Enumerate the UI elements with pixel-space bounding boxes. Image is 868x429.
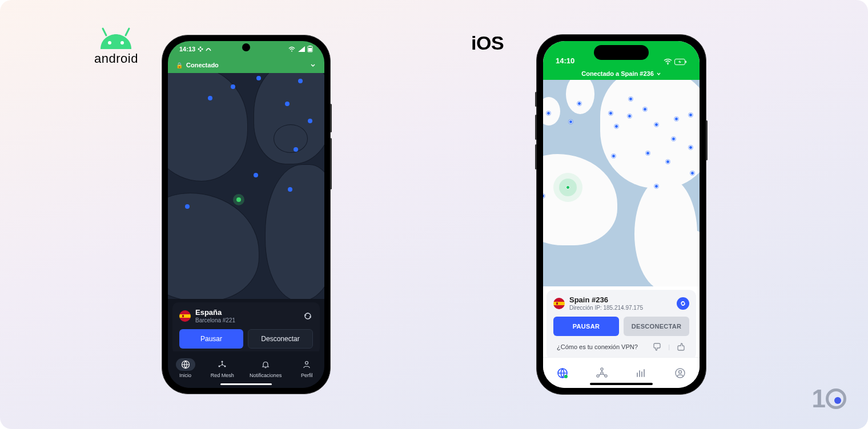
svg-point-17 xyxy=(306,361,308,364)
refresh-button[interactable] xyxy=(677,297,689,310)
map-dot[interactable] xyxy=(654,184,658,188)
connection-header[interactable]: 🔒 Conectado xyxy=(168,57,324,73)
android-screen: 14:13 🔒 Conectado xyxy=(168,41,324,388)
globe-icon xyxy=(181,360,190,369)
map-dot[interactable] xyxy=(294,147,298,152)
map-dot[interactable] xyxy=(288,187,292,192)
nav-mesh[interactable]: Red Mesh xyxy=(211,358,234,378)
map-dot[interactable] xyxy=(231,84,235,89)
ios-volume-up xyxy=(535,115,537,140)
svg-point-22 xyxy=(564,375,568,378)
thumbs-up-icon[interactable] xyxy=(676,342,686,352)
connection-card: Spain #236 Dirección IP: 185.214.97.175 … xyxy=(546,290,696,360)
spain-flag-icon xyxy=(553,298,565,309)
map-dot[interactable] xyxy=(308,119,312,123)
ios-label: iOS xyxy=(471,32,504,54)
map-dot[interactable] xyxy=(628,114,632,118)
map-dot[interactable] xyxy=(185,204,190,209)
server-map[interactable] xyxy=(543,80,700,286)
server-map[interactable] xyxy=(168,73,324,299)
chevron-down-icon[interactable] xyxy=(310,62,316,68)
android-volume-button xyxy=(330,138,332,189)
nav-label: Inicio xyxy=(179,373,191,378)
map-dot[interactable] xyxy=(254,173,258,177)
map-dot[interactable] xyxy=(546,111,550,115)
refresh-icon xyxy=(680,300,686,307)
home-indicator[interactable] xyxy=(220,383,272,385)
map-dot[interactable] xyxy=(208,96,212,100)
map-dot-connected[interactable] xyxy=(566,185,570,189)
spain-flag-icon xyxy=(179,310,191,322)
map-dot[interactable] xyxy=(285,102,290,106)
land-ireland xyxy=(543,97,560,126)
disconnect-button[interactable]: Desconectar xyxy=(248,329,313,349)
pause-button[interactable]: PAUSAR xyxy=(553,317,619,336)
map-dot[interactable] xyxy=(690,171,694,175)
land-france xyxy=(168,73,248,181)
android-label: android xyxy=(94,26,138,66)
map-dot[interactable] xyxy=(256,76,261,80)
map-dot[interactable] xyxy=(612,154,616,158)
map-dot[interactable] xyxy=(629,97,633,101)
android-phone: 14:13 🔒 Conectado xyxy=(162,35,331,394)
map-dot[interactable] xyxy=(654,123,658,127)
svg-point-3 xyxy=(120,41,124,44)
map-dot[interactable] xyxy=(666,160,670,164)
profile-icon xyxy=(302,360,311,369)
wifi-icon xyxy=(664,59,672,65)
ios-power-button xyxy=(706,120,708,160)
map-dot[interactable] xyxy=(646,151,650,155)
signal-icon xyxy=(298,46,305,52)
svg-rect-11 xyxy=(308,48,312,51)
map-dot[interactable] xyxy=(672,137,676,141)
nav-home[interactable] xyxy=(551,362,574,385)
wifi-icon xyxy=(288,46,296,52)
thumbs-down-icon[interactable] xyxy=(652,342,662,352)
disconnect-button[interactable]: DESCONECTAR xyxy=(624,317,689,336)
map-dot[interactable] xyxy=(689,113,693,117)
nav-label: Red Mesh xyxy=(211,373,234,378)
svg-point-2 xyxy=(108,41,111,44)
svg-point-6 xyxy=(202,48,203,50)
ios-screen: 14:10 Conectado a Spain #236 xyxy=(543,41,700,388)
map-dot[interactable] xyxy=(609,111,613,115)
nav-notifications[interactable]: Notificaciones xyxy=(250,358,282,378)
nav-mesh[interactable] xyxy=(590,362,613,385)
globe-icon xyxy=(556,367,569,379)
dynamic-island xyxy=(594,45,649,60)
status-time: 14:10 xyxy=(556,56,574,65)
map-dot-connected[interactable] xyxy=(236,197,241,202)
land-spain xyxy=(168,193,259,299)
nav-profile[interactable]: Perfil xyxy=(297,358,316,378)
vpn-status-icon xyxy=(198,46,203,52)
pause-button[interactable]: Pausar xyxy=(179,329,243,349)
map-dot[interactable] xyxy=(298,79,303,83)
svg-point-18 xyxy=(668,64,669,65)
map-dot[interactable] xyxy=(614,124,618,128)
status-time: 14:13 xyxy=(179,46,195,52)
country-name: España xyxy=(195,308,235,317)
logo-text: 1 xyxy=(812,385,825,413)
nav-home[interactable]: Inicio xyxy=(176,358,195,378)
svg-point-26 xyxy=(601,372,603,374)
home-indicator[interactable] xyxy=(590,383,653,385)
map-dot[interactable] xyxy=(643,107,647,111)
connection-header[interactable]: Conectado a Spain #236 xyxy=(543,67,700,80)
svg-point-7 xyxy=(200,50,202,52)
map-dot[interactable] xyxy=(577,102,581,106)
svg-rect-20 xyxy=(686,61,687,63)
map-dot[interactable] xyxy=(569,120,573,124)
refresh-icon[interactable] xyxy=(303,311,313,321)
svg-point-28 xyxy=(678,370,681,373)
bottom-nav: Inicio Red Mesh Notificaciones Perfil xyxy=(168,351,324,388)
nav-label: Perfil xyxy=(301,373,313,378)
land-italy xyxy=(265,164,324,299)
nav-profile[interactable] xyxy=(669,362,692,385)
profile-icon xyxy=(674,367,686,379)
bell-icon xyxy=(261,360,270,369)
nav-stats[interactable] xyxy=(629,362,652,385)
feedback-row: ¿Cómo es tu conexión VPN? | xyxy=(553,336,689,354)
map-dot[interactable] xyxy=(689,145,693,149)
map-dot[interactable] xyxy=(674,117,678,121)
connection-status: Conectado a Spain #236 xyxy=(581,70,654,77)
